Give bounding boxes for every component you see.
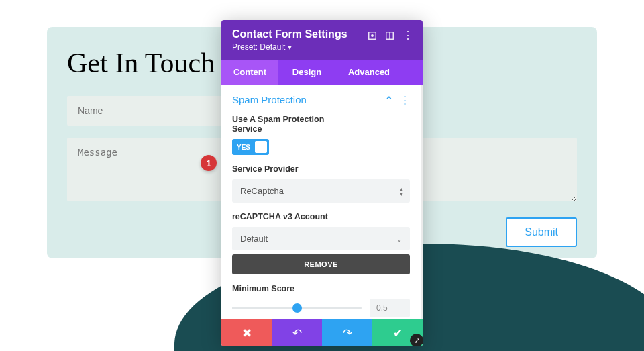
modal-title: Contact Form Settings bbox=[232, 28, 368, 40]
preset-dropdown[interactable]: Preset: Default ▾ bbox=[232, 42, 368, 52]
tab-content[interactable]: Content bbox=[221, 60, 278, 85]
undo-button[interactable]: ↶ bbox=[272, 319, 322, 346]
more-icon[interactable]: ⋮ bbox=[402, 31, 412, 40]
tabs: Content Design Advanced bbox=[221, 60, 423, 85]
score-input[interactable] bbox=[370, 299, 410, 317]
modal-body: Spam Protection ⌃ ⋮ Use A Spam Protectio… bbox=[221, 85, 423, 319]
redo-button[interactable]: ↷ bbox=[322, 319, 372, 346]
modal-header: Contact Form Settings Preset: Default ▾ … bbox=[221, 20, 423, 60]
header-icons: ⋮ bbox=[368, 28, 412, 40]
provider-label: Service Provider bbox=[232, 164, 410, 174]
tab-design[interactable]: Design bbox=[278, 60, 335, 85]
provider-select[interactable]: ReCaptcha bbox=[232, 179, 410, 203]
toggle-knob bbox=[255, 141, 267, 153]
close-button[interactable]: ✖ bbox=[221, 319, 272, 346]
modal-footer: ✖ ↶ ↷ ✔ bbox=[221, 319, 423, 346]
slider-thumb[interactable] bbox=[292, 303, 302, 313]
svg-point-1 bbox=[372, 35, 373, 36]
section-title: Spam Protection bbox=[232, 94, 307, 105]
toggle-yes-label: YES bbox=[233, 144, 250, 151]
spam-toggle-label: Use A Spam Protection Service bbox=[232, 115, 339, 134]
tab-advanced[interactable]: Advanced bbox=[335, 60, 402, 85]
section-header: Spam Protection ⌃ ⋮ bbox=[232, 94, 410, 105]
step-badge: 1 bbox=[201, 155, 217, 171]
section-more-icon[interactable]: ⋮ bbox=[400, 95, 410, 105]
spam-toggle[interactable]: YES bbox=[232, 139, 269, 155]
expand-icon[interactable] bbox=[368, 31, 377, 40]
score-label: Minimum Score bbox=[232, 284, 410, 293]
remove-button[interactable]: REMOVE bbox=[232, 254, 410, 274]
score-slider[interactable] bbox=[232, 307, 362, 309]
columns-icon[interactable] bbox=[385, 31, 394, 40]
account-select[interactable]: Default bbox=[232, 227, 410, 250]
slider-track bbox=[232, 307, 297, 309]
resize-handle[interactable]: ⤢ bbox=[410, 334, 423, 346]
account-label: reCAPTCHA v3 Account bbox=[232, 212, 410, 221]
settings-modal: Contact Form Settings Preset: Default ▾ … bbox=[221, 20, 423, 346]
submit-button[interactable]: Submit bbox=[506, 217, 577, 247]
collapse-icon[interactable]: ⌃ bbox=[385, 95, 393, 105]
